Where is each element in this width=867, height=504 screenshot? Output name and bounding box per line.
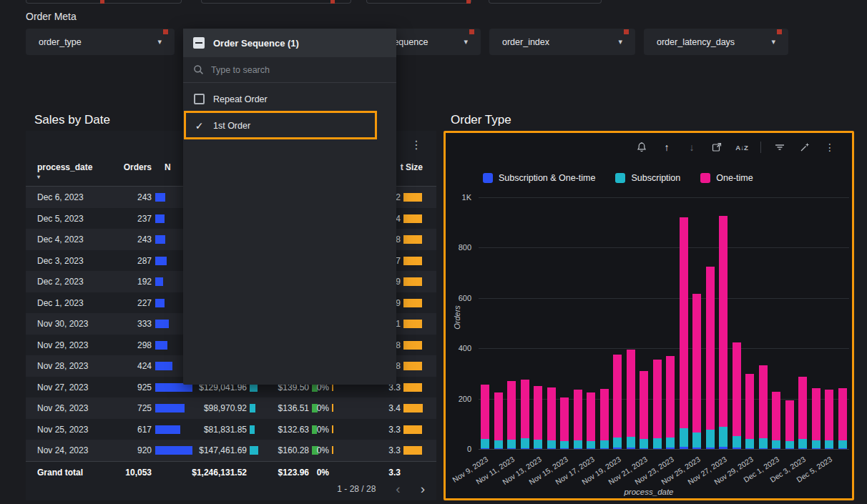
- checkbox-unchecked[interactable]: [194, 94, 205, 104]
- bar-segment: [706, 267, 715, 430]
- chevron-down-icon: ▾: [157, 37, 162, 46]
- arrow-up-icon[interactable]: ↑: [660, 141, 673, 154]
- kebab-menu-icon[interactable]: ⋮: [411, 138, 422, 152]
- bar-segment: [600, 448, 609, 449]
- error-indicator: [777, 29, 782, 34]
- search-icon: [193, 64, 204, 75]
- chevron-right-icon[interactable]: ›: [421, 484, 425, 494]
- order-meta-label: Order Meta: [26, 11, 77, 22]
- bar-segment: [587, 392, 595, 441]
- legend-item[interactable]: One-time: [700, 173, 753, 183]
- cell-date: Dec 1, 2023: [37, 298, 84, 308]
- y-axis-tick: 1K: [447, 193, 471, 202]
- cell-orders: 243: [94, 234, 152, 244]
- bar-segment: [798, 439, 807, 448]
- sort-az-icon[interactable]: A↓Z: [735, 141, 748, 154]
- pct-tick: [332, 446, 333, 454]
- bar-segment: [587, 448, 595, 449]
- dropdown-search: [183, 57, 396, 83]
- x-axis-title: process_date: [446, 488, 852, 496]
- bar-segment: [692, 448, 701, 449]
- cell-orders: 920: [94, 445, 152, 455]
- filter-label: order_latency_days: [657, 37, 735, 47]
- error-indicator: [163, 29, 168, 34]
- dropdown-option-1st-order[interactable]: ✓ 1st Order: [183, 112, 396, 139]
- indeterminate-checkbox[interactable]: [193, 37, 205, 49]
- cell-basket: 3.3: [349, 425, 401, 435]
- stacked-bar: [772, 392, 780, 449]
- bar-segment: [692, 433, 701, 448]
- bar-segment: [838, 388, 847, 440]
- bar-segment: [719, 447, 728, 449]
- bar-segment: [560, 397, 569, 441]
- stacked-bar: [560, 397, 569, 449]
- filter-icon[interactable]: [773, 141, 786, 154]
- basket-bar: [403, 425, 422, 434]
- stacked-bar: [812, 388, 821, 450]
- stacked-bar: [613, 355, 622, 449]
- bar-segment: [481, 439, 489, 448]
- search-input[interactable]: [211, 65, 386, 75]
- tile-stub: [489, 0, 602, 4]
- cell-date: Dec 3, 2023: [37, 256, 84, 266]
- net-sales-bar: [250, 425, 255, 434]
- legend-item[interactable]: Subscription: [615, 173, 680, 183]
- cell-net-sales: $81,831.85: [166, 425, 247, 435]
- magic-wand-icon[interactable]: [798, 141, 811, 154]
- basket-bar: [403, 446, 422, 455]
- stacked-bar: [547, 387, 556, 449]
- cell-date: Nov 24, 2023: [37, 445, 88, 455]
- kebab-menu-icon[interactable]: ⋮: [823, 141, 836, 154]
- basket-bar: [403, 214, 422, 223]
- bar-segment: [825, 440, 833, 448]
- bar-segment: [772, 392, 780, 440]
- cell-orders: 243: [94, 192, 152, 202]
- filter-order-latency-days[interactable]: order_latency_days ▾: [644, 29, 788, 55]
- bar-segment: [521, 438, 529, 448]
- gridline: [479, 247, 849, 248]
- stacked-bar: [719, 216, 728, 449]
- bar-segment: [838, 440, 847, 448]
- stacked-bar: [733, 342, 741, 449]
- stacked-bar: [706, 267, 715, 449]
- arrow-down-icon[interactable]: ↓: [685, 141, 698, 154]
- bar-segment: [785, 448, 794, 449]
- explore-icon[interactable]: [710, 141, 723, 154]
- dropdown-option-repeat-order[interactable]: Repeat Order: [183, 86, 396, 112]
- check-icon: ✓: [194, 120, 205, 132]
- bar-segment: [560, 441, 569, 448]
- stacked-bar: [587, 392, 595, 449]
- bar-segment: [785, 441, 794, 448]
- basket-bar: [403, 299, 422, 307]
- basket-bar: [403, 257, 422, 265]
- bar-segment: [574, 448, 582, 449]
- stacked-bar: [640, 371, 648, 449]
- error-indicator: [330, 0, 335, 4]
- chevron-left-icon[interactable]: ‹: [396, 484, 400, 494]
- legend-swatch: [615, 173, 625, 183]
- legend-item[interactable]: Subscription & One-time: [483, 173, 595, 183]
- orders-bar: [155, 193, 165, 202]
- dropdown-title: Order Sequence (1): [213, 38, 299, 49]
- bar-segment: [719, 427, 728, 447]
- cell-date: Dec 6, 2023: [37, 192, 84, 202]
- filter-order-index[interactable]: order_index ▾: [489, 29, 635, 55]
- y-axis-tick: 0: [447, 445, 471, 453]
- gridline: [479, 298, 849, 299]
- filter-order-type[interactable]: order_type ▾: [26, 29, 175, 55]
- y-axis-tick: 200: [447, 395, 471, 403]
- column-header-net-sales-partial[interactable]: N: [165, 162, 171, 172]
- bar-segment: [627, 448, 635, 449]
- column-header-orders[interactable]: Orders: [94, 162, 152, 172]
- bar-segment: [600, 440, 609, 448]
- bar-segment: [640, 448, 648, 449]
- bar-segment: [745, 439, 754, 448]
- bar-segment: [759, 438, 768, 448]
- bell-icon[interactable]: [635, 141, 648, 154]
- cell-orders: 725: [94, 403, 152, 413]
- stacked-bar: [494, 392, 503, 449]
- column-header-process-date[interactable]: process_date ▾: [37, 162, 92, 180]
- bar-segment: [733, 342, 741, 437]
- toolbar-divider: [760, 142, 761, 153]
- bar-segment: [680, 428, 688, 447]
